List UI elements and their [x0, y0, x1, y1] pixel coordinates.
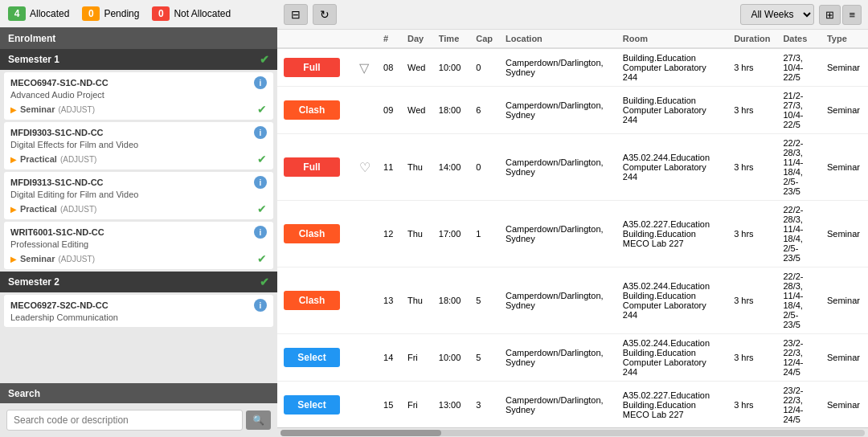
search-input[interactable] [6, 410, 243, 431]
day-cell: Thu [401, 201, 432, 268]
col-header-type: Type [821, 30, 868, 48]
allocated-badge: 4 Allocated [8, 6, 69, 21]
week-select[interactable]: All Weeks [740, 4, 814, 25]
schedule-table: # Day Time Cap Location Room Duration Da… [277, 30, 868, 427]
heart-icon[interactable]: ♡ [359, 161, 371, 174]
day-cell: Thu [401, 134, 432, 201]
cap-cell: 0 [469, 48, 499, 87]
time-cell: 14:00 [432, 134, 469, 201]
action-cell: Clash [277, 268, 353, 334]
type-cell: Seminar [821, 334, 868, 382]
fav-cell [353, 268, 377, 334]
table-row: Select 15 Fri 13:00 3 Camperdown/Darling… [277, 382, 868, 428]
course-code: MECO6947-S1C-ND-CC [10, 78, 108, 88]
dates-cell: 22/2- 28/3, 11/4- 18/4, 2/5- 23/5 [776, 268, 821, 334]
course-item: MECO6927-S2C-ND-CC i Leadership Communic… [4, 295, 273, 327]
type-label: Seminar [20, 254, 55, 263]
info-icon[interactable]: i [254, 176, 267, 189]
info-icon[interactable]: i [254, 126, 267, 139]
toolbar: ⊟ ↻ All Weeks ⊞ ≡ [277, 0, 868, 30]
filter-button[interactable]: ⊟ [284, 4, 308, 25]
select-button[interactable]: Select [284, 348, 340, 367]
cap-cell: 0 [469, 134, 499, 201]
course-type: ▶ Practical (ADJUST) [10, 204, 96, 214]
full-button[interactable]: Full [284, 157, 340, 177]
num-cell: 11 [377, 134, 401, 201]
action-cell: Select [277, 334, 353, 382]
pending-label: Pending [104, 8, 139, 19]
enrolment-header: Enrolment [0, 27, 277, 49]
full-button[interactable]: Full [284, 58, 340, 77]
clash-button[interactable]: Clash [284, 224, 340, 243]
search-header: Search [0, 383, 277, 403]
select-button[interactable]: Select [284, 395, 340, 415]
course-code: MFDI9303-S1C-ND-CC [10, 128, 104, 137]
location-cell: Camperdown/Darlington, Sydney [499, 334, 616, 382]
duration-cell: 3 hrs [727, 134, 776, 201]
col-header-action [277, 30, 353, 48]
time-cell: 10:00 [432, 48, 469, 87]
room-cell: Building.Education Computer Laboratory 2… [616, 87, 727, 134]
room-cell: A35.02.244.Education Building.Education … [616, 268, 727, 334]
horizontal-scrollbar[interactable] [277, 427, 868, 437]
course-name: Leadership Communication [10, 312, 118, 322]
course-name: Advanced Audio Project [10, 90, 104, 100]
not-allocated-count: 0 [152, 6, 170, 21]
table-row: Select 14 Fri 10:00 5 Camperdown/Darling… [277, 334, 868, 382]
pending-count: 0 [82, 6, 100, 21]
table-header-row: # Day Time Cap Location Room Duration Da… [277, 30, 868, 48]
col-header-time: Time [432, 30, 469, 48]
info-icon[interactable]: i [254, 76, 267, 89]
view-buttons: ⊞ ≡ [819, 5, 862, 25]
action-cell: Select [277, 382, 353, 428]
info-icon[interactable]: i [254, 226, 267, 239]
action-cell: Clash [277, 201, 353, 268]
day-cell: Wed [401, 48, 432, 87]
enrolment-body: Semester 1 ✔ MECO6947-S1C-ND-CC i Advanc… [0, 49, 277, 383]
arrow-down-icon[interactable]: ▽ [359, 61, 369, 75]
type-cell: Seminar [821, 201, 868, 268]
type-arrow-icon: ▶ [10, 255, 17, 263]
fav-cell: ♡ [353, 134, 377, 201]
cap-cell: 1 [469, 201, 499, 268]
type-arrow-icon: ▶ [10, 155, 17, 164]
not-allocated-badge: 0 Not Allocated [152, 6, 231, 21]
adjust-btn[interactable]: (ADJUST) [60, 205, 97, 214]
list-view-button[interactable]: ≡ [842, 5, 862, 25]
refresh-button[interactable]: ↻ [313, 4, 337, 25]
room-cell: A35.02.227.Education Building.Education … [616, 382, 727, 428]
search-area: 🔍 [0, 403, 277, 437]
col-header-room: Room [616, 30, 727, 48]
course-check-icon: ✔ [257, 153, 267, 165]
fav-cell [353, 201, 377, 268]
adjust-btn[interactable]: (ADJUST) [58, 255, 95, 263]
course-item: WRIT6001-S1C-ND-CC i Professional Editin… [4, 222, 273, 269]
grid-view-button[interactable]: ⊞ [819, 5, 841, 25]
location-cell: Camperdown/Darlington, Sydney [499, 268, 616, 334]
day-cell: Thu [401, 268, 432, 334]
not-allocated-label: Not Allocated [174, 8, 231, 19]
adjust-btn[interactable]: (ADJUST) [60, 155, 97, 164]
fav-cell [353, 334, 377, 382]
course-check-icon: ✔ [257, 202, 267, 215]
pending-badge: 0 Pending [82, 6, 139, 21]
num-cell: 09 [377, 87, 401, 134]
type-cell: Seminar [821, 382, 868, 428]
room-cell: Building.Education Computer Laboratory 2… [616, 48, 727, 87]
table-row: Clash 12 Thu 17:00 1 Camperdown/Darlingt… [277, 201, 868, 268]
semester1-check-icon: ✔ [260, 53, 269, 66]
clash-button[interactable]: Clash [284, 100, 340, 120]
table-row: Clash 09 Wed 18:00 6 Camperdown/Darlingt… [277, 87, 868, 134]
type-cell: Seminar [821, 87, 868, 134]
course-item: MECO6947-S1C-ND-CC i Advanced Audio Proj… [4, 72, 273, 120]
info-icon[interactable]: i [254, 299, 267, 312]
room-cell: A35.02.244.Education Computer Laboratory… [616, 134, 727, 201]
clash-button[interactable]: Clash [284, 291, 340, 310]
adjust-btn[interactable]: (ADJUST) [58, 105, 95, 114]
course-check-icon: ✔ [257, 103, 267, 116]
col-header-duration: Duration [727, 30, 776, 48]
course-item: MFDI9303-S1C-ND-CC i Digital Effects for… [4, 122, 273, 169]
search-button[interactable]: 🔍 [246, 410, 271, 430]
col-header-cap: Cap [469, 30, 499, 48]
type-cell: Seminar [821, 268, 868, 334]
